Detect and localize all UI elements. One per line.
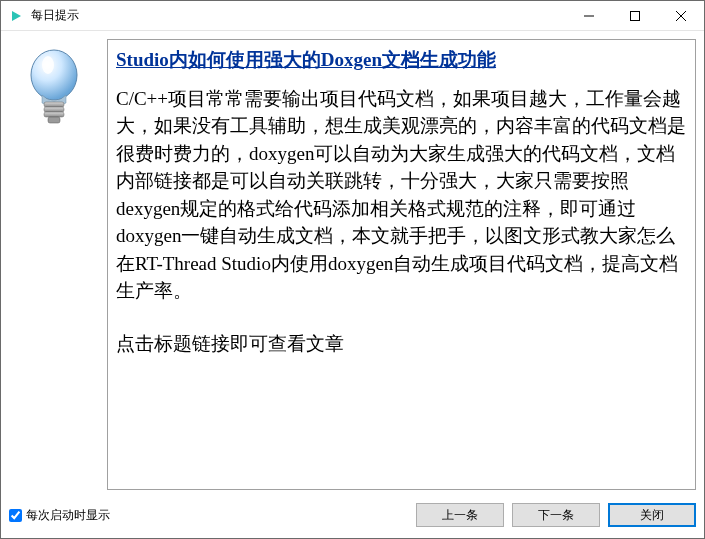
tip-footer-text: 点击标题链接即可查看文章 [116, 331, 687, 358]
app-icon [7, 7, 25, 25]
svg-point-5 [31, 50, 77, 100]
show-on-startup-input[interactable] [9, 509, 22, 522]
svg-rect-9 [48, 117, 60, 123]
tip-text-panel: Studio内如何使用强大的Doxgen文档生成功能 C/C++项目常常需要输出… [107, 39, 696, 490]
prev-button[interactable]: 上一条 [416, 503, 504, 527]
content-area: Studio内如何使用强大的Doxgen文档生成功能 C/C++项目常常需要输出… [1, 31, 704, 498]
svg-rect-8 [44, 112, 64, 117]
close-button[interactable]: 关闭 [608, 503, 696, 527]
titlebar: 每日提示 [1, 1, 704, 31]
maximize-button[interactable] [612, 1, 658, 31]
svg-rect-6 [44, 102, 64, 107]
close-window-button[interactable] [658, 1, 704, 31]
show-on-startup-checkbox[interactable]: 每次启动时显示 [9, 507, 110, 524]
button-bar: 每次启动时显示 上一条 下一条 关闭 [1, 498, 704, 538]
tip-body-text: C/C++项目常常需要输出项目代码文档，如果项目越大，工作量会越大，如果没有工具… [116, 85, 687, 305]
next-button[interactable]: 下一条 [512, 503, 600, 527]
show-on-startup-label: 每次启动时显示 [26, 507, 110, 524]
tip-icon-column [9, 39, 99, 490]
svg-rect-2 [631, 11, 640, 20]
svg-point-10 [42, 56, 54, 74]
lightbulb-icon [22, 47, 86, 490]
dialog-window: 每日提示 [0, 0, 705, 539]
svg-marker-0 [12, 11, 21, 21]
window-title: 每日提示 [31, 7, 79, 24]
svg-rect-7 [44, 107, 64, 112]
tip-title-link[interactable]: Studio内如何使用强大的Doxgen文档生成功能 [116, 46, 496, 75]
minimize-button[interactable] [566, 1, 612, 31]
